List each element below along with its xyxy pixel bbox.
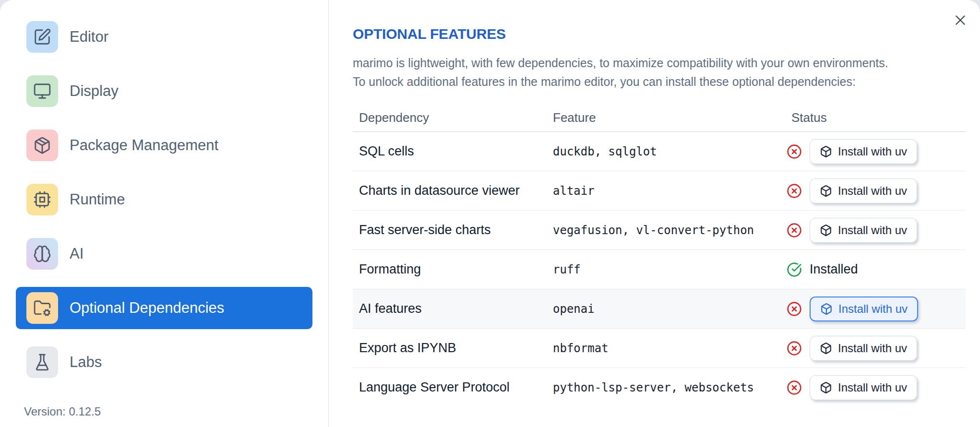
dependency-name: Charts in datasource viewer: [353, 183, 553, 198]
cpu-icon: [26, 184, 58, 215]
flask-icon: [26, 346, 58, 378]
monitor-icon: [26, 75, 58, 107]
dependency-name: AI features: [353, 301, 553, 316]
box-icon: [820, 145, 832, 158]
close-icon: [952, 12, 968, 28]
circle-check-icon: [787, 262, 802, 277]
sidebar-item-optional-dependencies[interactable]: Optional Dependencies: [16, 287, 312, 329]
box-icon: [820, 342, 832, 355]
sidebar-item-label: Editor: [70, 28, 108, 46]
feature-packages: vegafusion, vl-convert-python: [553, 224, 787, 237]
install-with-uv-button[interactable]: Install with uv: [810, 218, 917, 243]
install-button-label: Install with uv: [838, 184, 907, 198]
box-icon: [820, 224, 832, 237]
settings-sidebar: Editor Display Package Management Runtim…: [0, 0, 329, 427]
install-button-label: Install with uv: [838, 224, 907, 237]
box-icon: [820, 381, 832, 394]
package-icon: [26, 130, 58, 161]
circle-x-icon: [787, 380, 802, 395]
header-status: Status: [787, 110, 966, 125]
table-row: Language Server Protocol python-lsp-serv…: [353, 368, 966, 407]
page-title: OPTIONAL FEATURES: [353, 26, 966, 42]
feature-packages: python-lsp-server, websockets: [553, 381, 787, 394]
table-row: Charts in datasource viewer altair Insta…: [353, 171, 966, 211]
close-button[interactable]: [951, 12, 969, 30]
square-pen-icon: [26, 21, 58, 53]
box-icon: [820, 303, 833, 315]
dependency-name: Export as IPYNB: [353, 341, 553, 356]
optional-features-panel: OPTIONAL FEATURES marimo is lightweight,…: [329, 0, 980, 427]
feature-packages: duckdb, sqlglot: [553, 145, 787, 158]
circle-x-icon: [787, 144, 802, 159]
sidebar-item-runtime[interactable]: Runtime: [16, 178, 312, 221]
brain-icon: [26, 238, 58, 270]
sidebar-item-label: Optional Dependencies: [70, 299, 224, 317]
dependency-name: Fast server-side charts: [353, 223, 553, 237]
install-button-label: Install with uv: [838, 145, 907, 158]
table-header-row: Dependency Feature Status: [353, 104, 966, 132]
sidebar-item-labs[interactable]: Labs: [16, 341, 312, 383]
installed-status-label: Installed: [810, 262, 858, 277]
dependency-name: Formatting: [353, 262, 553, 277]
sidebar-item-label: Package Management: [70, 137, 218, 154]
install-button-label: Install with uv: [838, 302, 908, 316]
install-button-label: Install with uv: [838, 381, 907, 394]
sidebar-item-label: Display: [70, 83, 119, 100]
table-row: AI features openai Install with uv: [353, 289, 966, 329]
table-row: SQL cells duckdb, sqlglot Install with u…: [353, 132, 966, 171]
feature-packages: ruff: [553, 263, 787, 276]
header-dependency: Dependency: [353, 110, 553, 125]
circle-x-icon: [787, 301, 802, 317]
circle-x-icon: [787, 223, 802, 238]
panel-description: marimo is lightweight, with few dependen…: [353, 54, 966, 91]
install-with-uv-button[interactable]: Install with uv: [810, 336, 917, 361]
header-feature: Feature: [553, 110, 787, 125]
sidebar-item-package-management[interactable]: Package Management: [16, 124, 312, 166]
sidebar-item-label: Runtime: [70, 191, 125, 208]
version-label: Version: 0.12.5: [24, 405, 101, 418]
sidebar-item-display[interactable]: Display: [16, 70, 312, 112]
box-icon: [820, 185, 832, 197]
sidebar-item-editor[interactable]: Editor: [16, 16, 312, 58]
dependency-name: SQL cells: [353, 144, 553, 159]
install-with-uv-button[interactable]: Install with uv: [810, 375, 917, 400]
description-line-2: To unlock additional features in the mar…: [353, 75, 856, 88]
settings-dialog: Editor Display Package Management Runtim…: [0, 0, 980, 427]
table-row: Fast server-side charts vegafusion, vl-c…: [353, 211, 966, 250]
feature-packages: altair: [553, 184, 787, 198]
circle-x-icon: [787, 341, 802, 356]
table-row: Export as IPYNB nbformat Install with uv: [353, 329, 966, 368]
feature-packages: openai: [553, 302, 787, 316]
folder-cog-icon: [26, 292, 58, 324]
install-with-uv-button[interactable]: Install with uv: [810, 297, 918, 321]
dependency-name: Language Server Protocol: [353, 380, 553, 395]
description-line-1: marimo is lightweight, with few dependen…: [353, 56, 888, 70]
feature-packages: nbformat: [553, 342, 787, 355]
sidebar-item-label: Labs: [70, 354, 102, 371]
dependencies-table: Dependency Feature Status SQL cells duck…: [353, 104, 966, 407]
install-button-label: Install with uv: [838, 342, 907, 355]
install-with-uv-button[interactable]: Install with uv: [810, 178, 917, 203]
sidebar-item-label: AI: [70, 245, 84, 262]
circle-x-icon: [787, 183, 802, 199]
install-with-uv-button[interactable]: Install with uv: [810, 139, 917, 164]
sidebar-item-ai[interactable]: AI: [16, 233, 312, 275]
table-row: Formatting ruff Installed: [353, 250, 966, 289]
